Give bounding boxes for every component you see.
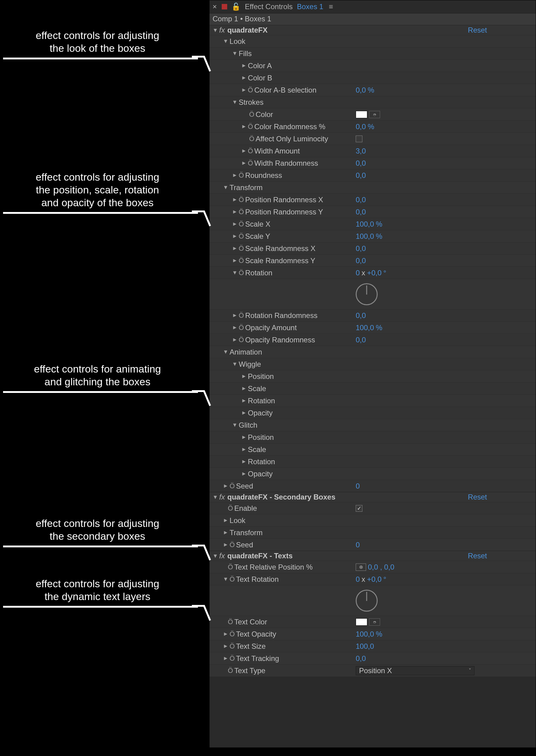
stopwatch-icon[interactable]: Ö [230, 482, 236, 490]
prop-rotation[interactable]: ▼ Ö Rotation 0 x +0,0 ° [210, 266, 536, 279]
prop-text-type[interactable]: Ö Text Type Position X ˅ [210, 664, 536, 676]
twirl-right-icon[interactable]: ► [240, 148, 248, 154]
value[interactable]: 0,0 [356, 122, 366, 131]
stopwatch-icon[interactable]: Ö [239, 232, 245, 240]
value[interactable]: 0,0 [356, 257, 366, 265]
twirl-right-icon[interactable]: ► [240, 446, 248, 453]
prop-text-relative-position[interactable]: Ö Text Relative Position % ⊕ 0,0 , 0,0 [210, 561, 536, 573]
twirl-right-icon[interactable]: ► [231, 233, 239, 239]
point-control-icon[interactable]: ⊕ [356, 564, 366, 571]
text-rotation-dial[interactable] [210, 585, 536, 616]
prop-color-randomness[interactable]: ► Ö Color Randomness % 0,0% [210, 120, 536, 132]
value[interactable]: 100,0 [356, 642, 374, 651]
rotation-turns[interactable]: 0 [356, 575, 360, 584]
twirl-right-icon[interactable]: ► [240, 87, 248, 93]
prop-opacity-amount[interactable]: ► Ö Opacity Amount 100,0% [210, 321, 536, 333]
prop-glitch-rotation[interactable]: ► Rotation [210, 455, 536, 467]
twirl-right-icon[interactable]: ► [231, 221, 239, 227]
twirl-right-icon[interactable]: ► [222, 643, 230, 649]
prop-scale-rand-y[interactable]: ► Ö Scale Randomness Y 0,0 [210, 254, 536, 266]
twirl-down-icon[interactable]: ▼ [222, 38, 230, 45]
checkbox[interactable] [356, 136, 362, 142]
panel-menu-icon[interactable]: ≡ [329, 2, 333, 11]
eyedropper-icon[interactable]: ➮ [369, 618, 380, 626]
stopwatch-icon[interactable]: Ö [239, 269, 245, 277]
stopwatch-icon[interactable]: Ö [248, 86, 254, 94]
twirl-right-icon[interactable]: ► [222, 517, 230, 524]
stopwatch-icon[interactable]: Ö [228, 504, 234, 512]
stopwatch-icon[interactable]: Ö [239, 196, 245, 204]
group-look[interactable]: ▼ Look [210, 35, 536, 47]
prop-text-opacity[interactable]: ► Ö Text Opacity 100,0% [210, 628, 536, 640]
stopwatch-icon[interactable]: Ö [239, 336, 245, 344]
twirl-right-icon[interactable]: ► [222, 483, 230, 489]
twirl-down-icon[interactable]: ▼ [222, 184, 230, 191]
twirl-right-icon[interactable]: ► [231, 312, 239, 319]
twirl-down-icon[interactable]: ▼ [222, 576, 230, 582]
stopwatch-icon[interactable]: Ö [249, 135, 255, 143]
prop-affect-only-luminocity[interactable]: Ö Affect Only Luminocity [210, 132, 536, 145]
dial-icon[interactable] [356, 283, 378, 305]
prop-glitch-position[interactable]: ► Position [210, 431, 536, 443]
group-fills[interactable]: ▼ Fills [210, 47, 536, 59]
rotation-degrees[interactable]: +0,0 [367, 575, 381, 584]
panel-layer-name[interactable]: Boxes 1 [297, 2, 323, 11]
prop-seed-2[interactable]: ► Ö Seed 0 [210, 538, 536, 551]
prop-text-tracking[interactable]: ► Ö Text Tracking 0,0 [210, 652, 536, 664]
twirl-right-icon[interactable]: ► [222, 655, 230, 662]
color-swatch[interactable] [356, 111, 367, 118]
prop-pos-rand-x[interactable]: ► Ö Position Randomness X 0,0 [210, 193, 536, 206]
group-transform[interactable]: ▼ Transform [210, 181, 536, 193]
color-swatch[interactable] [356, 618, 367, 626]
stopwatch-icon[interactable]: Ö [239, 220, 245, 228]
twirl-down-icon[interactable]: ▼ [231, 99, 239, 105]
effect-secondary-boxes-header[interactable]: ▼ fx quadrateFX - Secondary Boxes Reset [210, 492, 536, 502]
stopwatch-icon[interactable]: Ö [230, 655, 236, 663]
twirl-right-icon[interactable]: ► [222, 541, 230, 548]
stopwatch-icon[interactable]: Ö [239, 312, 245, 320]
value[interactable]: 0,0 [356, 171, 366, 180]
eyedropper-icon[interactable]: ➮ [369, 111, 380, 118]
twirl-down-icon[interactable]: ▼ [231, 270, 239, 276]
dial-icon[interactable] [356, 590, 378, 612]
stopwatch-icon[interactable]: Ö [228, 667, 234, 675]
twirl-right-icon[interactable]: ► [240, 385, 248, 392]
group-strokes[interactable]: ▼ Strokes [210, 96, 536, 108]
twirl-right-icon[interactable]: ► [240, 123, 248, 130]
reset-button[interactable]: Reset [468, 493, 533, 501]
twirl-down-icon[interactable]: ▼ [213, 553, 219, 559]
prop-stroke-color[interactable]: Ö Color ➮ [210, 108, 536, 120]
prop-scale-y[interactable]: ► Ö Scale Y 100,0% [210, 230, 536, 242]
stopwatch-icon[interactable]: Ö [230, 575, 236, 583]
prop-width-randomness[interactable]: ► Ö Width Randomness 0,0 [210, 157, 536, 169]
stopwatch-icon[interactable]: Ö [230, 541, 236, 549]
prop-scale-rand-x[interactable]: ► Ö Scale Randomness X 0,0 [210, 242, 536, 254]
value[interactable]: 0,0 , 0,0 [368, 563, 394, 571]
value[interactable]: 0 [356, 541, 360, 549]
twirl-right-icon[interactable]: ► [231, 209, 239, 215]
stopwatch-icon[interactable]: Ö [239, 324, 245, 332]
twirl-right-icon[interactable]: ► [240, 459, 248, 465]
stopwatch-icon[interactable]: Ö [239, 208, 245, 216]
value[interactable]: 3,0 [356, 147, 366, 155]
prop-scale-x[interactable]: ► Ö Scale X 100,0% [210, 218, 536, 230]
twirl-right-icon[interactable]: ► [240, 160, 248, 166]
panel-color-swatch[interactable] [222, 4, 227, 10]
twirl-right-icon[interactable]: ► [222, 631, 230, 637]
text-type-dropdown[interactable]: Position X ˅ [356, 666, 475, 675]
prop-wiggle-position[interactable]: ► Position [210, 370, 536, 382]
reset-button[interactable]: Reset [468, 552, 533, 560]
value[interactable]: 100,0 [356, 324, 374, 332]
effect-texts-header[interactable]: ▼ fx quadrateFX - Texts Reset [210, 551, 536, 561]
prop-width-amount[interactable]: ► Ö Width Amount 3,0 [210, 145, 536, 157]
twirl-right-icon[interactable]: ► [231, 172, 239, 179]
prop-color-b[interactable]: ► Color B [210, 72, 536, 84]
group-wiggle[interactable]: ▼ Wiggle [210, 358, 536, 370]
stopwatch-icon[interactable]: Ö [228, 618, 234, 626]
twirl-down-icon[interactable]: ▼ [231, 361, 239, 367]
twirl-right-icon[interactable]: ► [240, 410, 248, 416]
group-animation[interactable]: ▼ Animation [210, 346, 536, 358]
prop-seed[interactable]: ► Ö Seed 0 [210, 480, 536, 492]
twirl-right-icon[interactable]: ► [231, 245, 239, 252]
twirl-right-icon[interactable]: ► [240, 62, 248, 69]
